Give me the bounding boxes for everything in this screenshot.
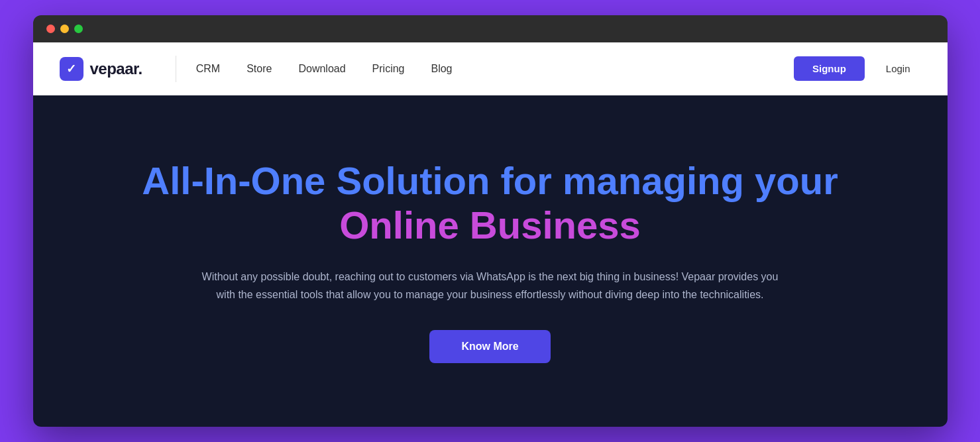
logo-icon <box>60 57 83 81</box>
nav-actions: Signup Login <box>794 56 921 81</box>
browser-chrome <box>33 15 948 42</box>
nav-link-pricing[interactable]: Pricing <box>372 63 405 75</box>
hero-section: All-In-One Solution for managing your On… <box>33 95 948 427</box>
traffic-light-green[interactable] <box>74 25 83 33</box>
hero-title-solution: Solution for managing your <box>337 159 838 202</box>
browser-window: vepaar. CRM Store Download Pricing Blog … <box>33 15 948 427</box>
hero-title-purple: Online Business <box>339 203 640 247</box>
hero-title: All-In-One Solution for managing your On… <box>142 159 838 247</box>
nav-link-download[interactable]: Download <box>298 63 345 75</box>
hero-title-blue: All-In-One <box>142 159 325 202</box>
logo-text: vepaar. <box>90 60 142 78</box>
hero-subtitle: Without any possible doubt, reaching out… <box>192 268 789 304</box>
nav-links: CRM Store Download Pricing Blog <box>196 63 794 75</box>
nav-link-crm[interactable]: CRM <box>196 63 220 75</box>
navbar: vepaar. CRM Store Download Pricing Blog … <box>33 42 948 95</box>
logo-area[interactable]: vepaar. <box>60 57 142 81</box>
nav-link-blog[interactable]: Blog <box>431 63 452 75</box>
traffic-light-yellow[interactable] <box>60 25 69 33</box>
login-button[interactable]: Login <box>875 56 921 81</box>
traffic-light-red[interactable] <box>46 25 55 33</box>
nav-divider <box>176 56 176 82</box>
nav-link-store[interactable]: Store <box>246 63 272 75</box>
know-more-button[interactable]: Know More <box>429 330 550 363</box>
signup-button[interactable]: Signup <box>794 56 865 81</box>
